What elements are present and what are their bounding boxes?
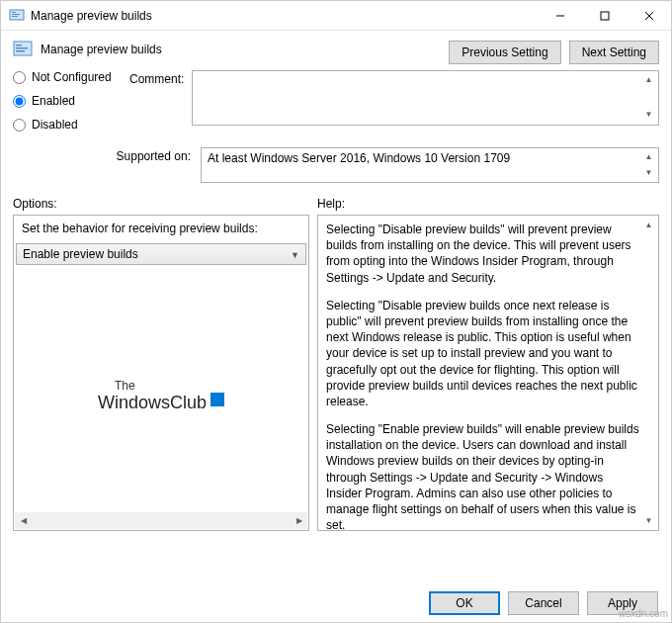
minimize-button[interactable] [538, 1, 582, 30]
help-label: Help: [317, 197, 345, 211]
options-label: Options: [13, 197, 317, 211]
radio-enabled[interactable]: Enabled [13, 94, 129, 108]
radio-enabled-input[interactable] [13, 95, 26, 108]
scroll-right-icon[interactable]: ▶ [291, 512, 307, 529]
scroll-left-icon[interactable]: ◀ [15, 512, 32, 529]
header-section: Manage preview builds Previous Setting N… [1, 31, 671, 68]
next-setting-button[interactable]: Next Setting [569, 41, 659, 64]
supported-scrollbar[interactable]: ▲ ▼ [640, 149, 657, 181]
scroll-up-icon[interactable]: ▲ [640, 217, 657, 233]
close-button[interactable] [627, 1, 671, 30]
section-labels: Options: Help: [1, 189, 671, 215]
ok-button[interactable]: OK [429, 591, 500, 615]
options-panel: Set the behavior for receiving preview b… [13, 215, 309, 531]
scroll-up-icon[interactable]: ▲ [640, 72, 657, 89]
watermark: The WindowsClub [14, 379, 308, 413]
comment-scrollbar[interactable]: ▲ ▼ [640, 72, 657, 124]
help-scrollbar[interactable]: ▲ ▼ [640, 217, 657, 529]
state-comment-row: Not Configured Enabled Disabled Comment:… [1, 68, 671, 147]
radio-disabled[interactable]: Disabled [13, 118, 129, 132]
radio-enabled-label: Enabled [32, 94, 75, 108]
svg-rect-11 [16, 50, 25, 52]
window-title: Manage preview builds [31, 9, 538, 23]
policy-header-icon [13, 41, 35, 58]
comment-field-wrap: ▲ ▼ [192, 70, 659, 141]
watermark-line2: WindowsClub [98, 393, 207, 412]
cancel-button[interactable]: Cancel [508, 591, 579, 615]
scroll-up-icon[interactable]: ▲ [640, 149, 657, 165]
policy-title: Manage preview builds [41, 43, 162, 56]
policy-icon [9, 8, 25, 24]
help-p2: Selecting "Disable preview builds once n… [326, 298, 640, 409]
behavior-dropdown[interactable]: Enable preview builds ▼ [16, 243, 306, 265]
titlebar: Manage preview builds [1, 1, 671, 31]
previous-setting-button[interactable]: Previous Setting [449, 41, 560, 64]
svg-rect-1 [12, 12, 16, 13]
state-radios: Not Configured Enabled Disabled [13, 70, 129, 141]
dropdown-value: Enable preview builds [23, 247, 138, 261]
window-controls [538, 1, 671, 30]
behavior-label: Set the behavior for receiving preview b… [14, 216, 308, 243]
svg-rect-3 [12, 16, 18, 17]
maximize-button[interactable] [582, 1, 627, 30]
radio-disabled-input[interactable] [13, 119, 26, 132]
chevron-down-icon: ▼ [291, 250, 299, 260]
scroll-down-icon[interactable]: ▼ [640, 512, 657, 529]
options-hscrollbar[interactable]: ◀ ▶ [15, 512, 307, 529]
scroll-down-icon[interactable]: ▼ [640, 107, 657, 124]
watermark-square-icon [210, 393, 224, 406]
svg-rect-10 [16, 47, 28, 49]
radio-disabled-label: Disabled [32, 118, 78, 132]
comment-label: Comment: [129, 70, 192, 141]
radio-not-configured-input[interactable] [13, 71, 26, 84]
comment-input[interactable]: ▲ ▼ [192, 70, 659, 126]
supported-label: Supported on: [13, 147, 201, 163]
scroll-down-icon[interactable]: ▼ [640, 165, 657, 181]
radio-not-configured-label: Not Configured [32, 70, 112, 84]
help-panel: Selecting "Disable preview builds" will … [317, 215, 659, 531]
help-p3: Selecting "Enable preview builds" will e… [326, 421, 640, 531]
supported-value: At least Windows Server 2016, Windows 10… [208, 151, 510, 165]
help-p1: Selecting "Disable preview builds" will … [326, 222, 640, 286]
help-text: Selecting "Disable preview builds" will … [326, 222, 640, 531]
radio-not-configured[interactable]: Not Configured [13, 70, 129, 84]
svg-rect-2 [12, 14, 20, 15]
supported-row: Supported on: At least Windows Server 20… [1, 147, 671, 189]
svg-rect-5 [601, 12, 609, 20]
setting-navigation: Previous Setting Next Setting [449, 41, 659, 64]
supported-field-wrap: At least Windows Server 2016, Windows 10… [201, 147, 659, 183]
panels-row: Set the behavior for receiving preview b… [1, 215, 671, 531]
svg-rect-9 [16, 44, 22, 46]
attribution-text: wsxdn.com [619, 608, 668, 619]
supported-box: At least Windows Server 2016, Windows 10… [201, 147, 659, 183]
watermark-line1: The [115, 379, 308, 393]
